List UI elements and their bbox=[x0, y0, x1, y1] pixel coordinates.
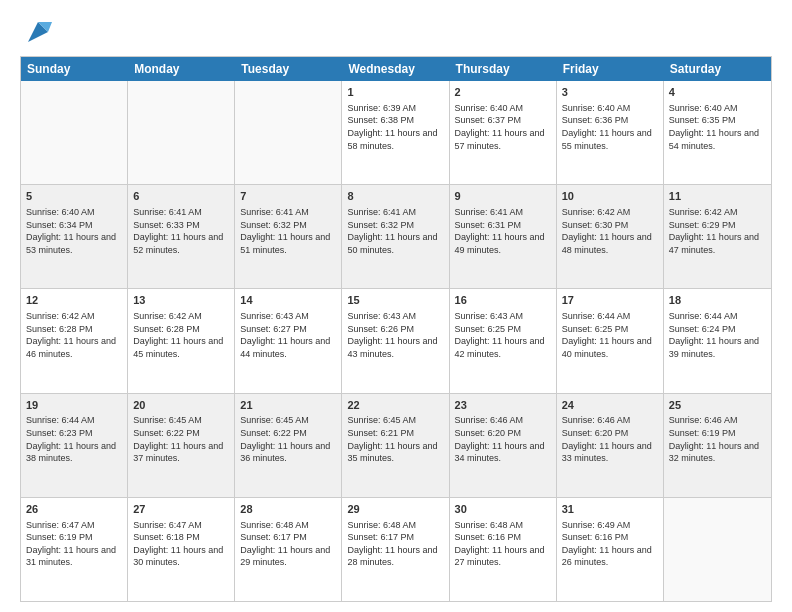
day-number: 5 bbox=[26, 189, 122, 204]
day-number: 18 bbox=[669, 293, 766, 308]
calendar-cell: 20Sunrise: 6:45 AM Sunset: 6:22 PM Dayli… bbox=[128, 394, 235, 497]
cell-info: Sunrise: 6:41 AM Sunset: 6:32 PM Dayligh… bbox=[240, 206, 336, 256]
cell-info: Sunrise: 6:49 AM Sunset: 6:16 PM Dayligh… bbox=[562, 519, 658, 569]
day-number: 3 bbox=[562, 85, 658, 100]
calendar-cell: 29Sunrise: 6:48 AM Sunset: 6:17 PM Dayli… bbox=[342, 498, 449, 601]
cell-info: Sunrise: 6:40 AM Sunset: 6:34 PM Dayligh… bbox=[26, 206, 122, 256]
logo-icon bbox=[24, 18, 52, 46]
calendar-cell: 24Sunrise: 6:46 AM Sunset: 6:20 PM Dayli… bbox=[557, 394, 664, 497]
cell-info: Sunrise: 6:46 AM Sunset: 6:20 PM Dayligh… bbox=[562, 414, 658, 464]
cell-info: Sunrise: 6:44 AM Sunset: 6:24 PM Dayligh… bbox=[669, 310, 766, 360]
calendar-cell: 26Sunrise: 6:47 AM Sunset: 6:19 PM Dayli… bbox=[21, 498, 128, 601]
calendar-cell: 4Sunrise: 6:40 AM Sunset: 6:35 PM Daylig… bbox=[664, 81, 771, 184]
cell-info: Sunrise: 6:46 AM Sunset: 6:19 PM Dayligh… bbox=[669, 414, 766, 464]
cell-info: Sunrise: 6:40 AM Sunset: 6:37 PM Dayligh… bbox=[455, 102, 551, 152]
calendar-cell: 19Sunrise: 6:44 AM Sunset: 6:23 PM Dayli… bbox=[21, 394, 128, 497]
day-number: 19 bbox=[26, 398, 122, 413]
day-number: 31 bbox=[562, 502, 658, 517]
cell-info: Sunrise: 6:45 AM Sunset: 6:22 PM Dayligh… bbox=[133, 414, 229, 464]
weekday-header-tuesday: Tuesday bbox=[235, 57, 342, 81]
calendar-cell: 25Sunrise: 6:46 AM Sunset: 6:19 PM Dayli… bbox=[664, 394, 771, 497]
cell-info: Sunrise: 6:44 AM Sunset: 6:25 PM Dayligh… bbox=[562, 310, 658, 360]
day-number: 28 bbox=[240, 502, 336, 517]
cell-info: Sunrise: 6:41 AM Sunset: 6:33 PM Dayligh… bbox=[133, 206, 229, 256]
cell-info: Sunrise: 6:45 AM Sunset: 6:21 PM Dayligh… bbox=[347, 414, 443, 464]
day-number: 25 bbox=[669, 398, 766, 413]
day-number: 11 bbox=[669, 189, 766, 204]
cell-info: Sunrise: 6:43 AM Sunset: 6:26 PM Dayligh… bbox=[347, 310, 443, 360]
cell-info: Sunrise: 6:40 AM Sunset: 6:35 PM Dayligh… bbox=[669, 102, 766, 152]
cell-info: Sunrise: 6:43 AM Sunset: 6:27 PM Dayligh… bbox=[240, 310, 336, 360]
day-number: 9 bbox=[455, 189, 551, 204]
day-number: 1 bbox=[347, 85, 443, 100]
calendar-cell bbox=[664, 498, 771, 601]
calendar-cell: 10Sunrise: 6:42 AM Sunset: 6:30 PM Dayli… bbox=[557, 185, 664, 288]
calendar-cell: 17Sunrise: 6:44 AM Sunset: 6:25 PM Dayli… bbox=[557, 289, 664, 392]
cell-info: Sunrise: 6:40 AM Sunset: 6:36 PM Dayligh… bbox=[562, 102, 658, 152]
calendar-cell: 30Sunrise: 6:48 AM Sunset: 6:16 PM Dayli… bbox=[450, 498, 557, 601]
day-number: 2 bbox=[455, 85, 551, 100]
day-number: 20 bbox=[133, 398, 229, 413]
logo bbox=[20, 18, 52, 46]
calendar-cell: 9Sunrise: 6:41 AM Sunset: 6:31 PM Daylig… bbox=[450, 185, 557, 288]
calendar-cell: 12Sunrise: 6:42 AM Sunset: 6:28 PM Dayli… bbox=[21, 289, 128, 392]
day-number: 24 bbox=[562, 398, 658, 413]
calendar-cell: 1Sunrise: 6:39 AM Sunset: 6:38 PM Daylig… bbox=[342, 81, 449, 184]
calendar-cell: 11Sunrise: 6:42 AM Sunset: 6:29 PM Dayli… bbox=[664, 185, 771, 288]
cell-info: Sunrise: 6:39 AM Sunset: 6:38 PM Dayligh… bbox=[347, 102, 443, 152]
cell-info: Sunrise: 6:42 AM Sunset: 6:30 PM Dayligh… bbox=[562, 206, 658, 256]
day-number: 26 bbox=[26, 502, 122, 517]
calendar-cell: 8Sunrise: 6:41 AM Sunset: 6:32 PM Daylig… bbox=[342, 185, 449, 288]
day-number: 12 bbox=[26, 293, 122, 308]
calendar-cell bbox=[235, 81, 342, 184]
calendar-body: 1Sunrise: 6:39 AM Sunset: 6:38 PM Daylig… bbox=[21, 81, 771, 601]
calendar-cell: 22Sunrise: 6:45 AM Sunset: 6:21 PM Dayli… bbox=[342, 394, 449, 497]
cell-info: Sunrise: 6:41 AM Sunset: 6:31 PM Dayligh… bbox=[455, 206, 551, 256]
weekday-header-friday: Friday bbox=[557, 57, 664, 81]
weekday-header-thursday: Thursday bbox=[450, 57, 557, 81]
day-number: 29 bbox=[347, 502, 443, 517]
cell-info: Sunrise: 6:44 AM Sunset: 6:23 PM Dayligh… bbox=[26, 414, 122, 464]
cell-info: Sunrise: 6:41 AM Sunset: 6:32 PM Dayligh… bbox=[347, 206, 443, 256]
cell-info: Sunrise: 6:48 AM Sunset: 6:17 PM Dayligh… bbox=[240, 519, 336, 569]
calendar-row-3: 12Sunrise: 6:42 AM Sunset: 6:28 PM Dayli… bbox=[21, 289, 771, 393]
day-number: 17 bbox=[562, 293, 658, 308]
calendar: SundayMondayTuesdayWednesdayThursdayFrid… bbox=[20, 56, 772, 602]
calendar-row-5: 26Sunrise: 6:47 AM Sunset: 6:19 PM Dayli… bbox=[21, 498, 771, 601]
day-number: 14 bbox=[240, 293, 336, 308]
cell-info: Sunrise: 6:48 AM Sunset: 6:16 PM Dayligh… bbox=[455, 519, 551, 569]
calendar-cell: 7Sunrise: 6:41 AM Sunset: 6:32 PM Daylig… bbox=[235, 185, 342, 288]
cell-info: Sunrise: 6:42 AM Sunset: 6:29 PM Dayligh… bbox=[669, 206, 766, 256]
cell-info: Sunrise: 6:43 AM Sunset: 6:25 PM Dayligh… bbox=[455, 310, 551, 360]
cell-info: Sunrise: 6:48 AM Sunset: 6:17 PM Dayligh… bbox=[347, 519, 443, 569]
day-number: 21 bbox=[240, 398, 336, 413]
day-number: 13 bbox=[133, 293, 229, 308]
weekday-header-wednesday: Wednesday bbox=[342, 57, 449, 81]
calendar-cell bbox=[21, 81, 128, 184]
calendar-cell bbox=[128, 81, 235, 184]
cell-info: Sunrise: 6:46 AM Sunset: 6:20 PM Dayligh… bbox=[455, 414, 551, 464]
calendar-cell: 15Sunrise: 6:43 AM Sunset: 6:26 PM Dayli… bbox=[342, 289, 449, 392]
calendar-cell: 27Sunrise: 6:47 AM Sunset: 6:18 PM Dayli… bbox=[128, 498, 235, 601]
calendar-cell: 28Sunrise: 6:48 AM Sunset: 6:17 PM Dayli… bbox=[235, 498, 342, 601]
calendar-cell: 6Sunrise: 6:41 AM Sunset: 6:33 PM Daylig… bbox=[128, 185, 235, 288]
day-number: 10 bbox=[562, 189, 658, 204]
weekday-header-saturday: Saturday bbox=[664, 57, 771, 81]
cell-info: Sunrise: 6:47 AM Sunset: 6:18 PM Dayligh… bbox=[133, 519, 229, 569]
cell-info: Sunrise: 6:45 AM Sunset: 6:22 PM Dayligh… bbox=[240, 414, 336, 464]
calendar-header: SundayMondayTuesdayWednesdayThursdayFrid… bbox=[21, 57, 771, 81]
page: SundayMondayTuesdayWednesdayThursdayFrid… bbox=[0, 0, 792, 612]
calendar-cell: 5Sunrise: 6:40 AM Sunset: 6:34 PM Daylig… bbox=[21, 185, 128, 288]
cell-info: Sunrise: 6:47 AM Sunset: 6:19 PM Dayligh… bbox=[26, 519, 122, 569]
day-number: 15 bbox=[347, 293, 443, 308]
weekday-header-sunday: Sunday bbox=[21, 57, 128, 81]
day-number: 27 bbox=[133, 502, 229, 517]
calendar-cell: 31Sunrise: 6:49 AM Sunset: 6:16 PM Dayli… bbox=[557, 498, 664, 601]
day-number: 8 bbox=[347, 189, 443, 204]
calendar-cell: 18Sunrise: 6:44 AM Sunset: 6:24 PM Dayli… bbox=[664, 289, 771, 392]
calendar-cell: 3Sunrise: 6:40 AM Sunset: 6:36 PM Daylig… bbox=[557, 81, 664, 184]
calendar-cell: 21Sunrise: 6:45 AM Sunset: 6:22 PM Dayli… bbox=[235, 394, 342, 497]
calendar-cell: 2Sunrise: 6:40 AM Sunset: 6:37 PM Daylig… bbox=[450, 81, 557, 184]
day-number: 30 bbox=[455, 502, 551, 517]
calendar-cell: 23Sunrise: 6:46 AM Sunset: 6:20 PM Dayli… bbox=[450, 394, 557, 497]
